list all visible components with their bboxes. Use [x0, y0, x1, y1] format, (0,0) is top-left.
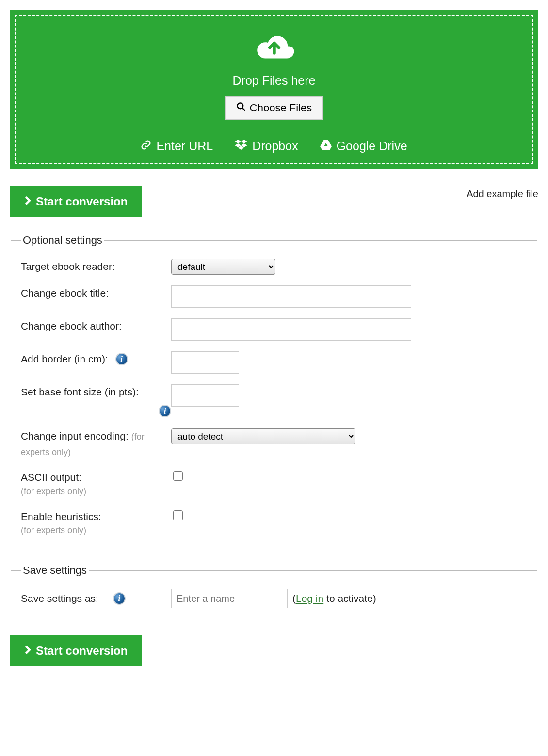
ebook-title-label: Change ebook title: [21, 285, 171, 301]
border-input[interactable] [171, 351, 239, 374]
start-label-top: Start conversion [36, 195, 128, 208]
link-icon [141, 139, 151, 153]
file-dropzone[interactable]: Drop Files here Choose Files Enter URL [10, 10, 538, 169]
optional-legend: Optional settings [21, 234, 104, 247]
svg-line-1 [242, 108, 245, 111]
save-settings-label: Save settings as: [21, 591, 98, 606]
heuristics-label: Enable heuristics: [21, 509, 171, 524]
optional-settings-fieldset: Optional settings Target ebook reader: d… [11, 234, 537, 547]
drop-text: Drop Files here [26, 74, 522, 88]
font-size-input[interactable] [171, 384, 239, 407]
start-label-bottom: Start conversion [36, 644, 128, 658]
target-reader-select[interactable]: default [171, 259, 275, 275]
save-name-input[interactable] [171, 589, 288, 608]
info-icon[interactable]: i [159, 405, 171, 417]
heuristics-hint: (for experts only) [21, 524, 171, 537]
save-activate-msg: (Log in to activate) [292, 593, 376, 604]
save-legend: Save settings [21, 564, 89, 577]
dropbox-label: Dropbox [252, 139, 298, 153]
google-drive-button[interactable]: Google Drive [320, 139, 407, 153]
dropbox-button[interactable]: Dropbox [235, 139, 298, 153]
save-settings-fieldset: Save settings Save settings as: i (Log i… [11, 564, 537, 618]
info-icon[interactable]: i [115, 353, 128, 365]
encoding-select[interactable]: auto detect [171, 428, 355, 444]
heuristics-checkbox[interactable] [173, 510, 183, 520]
source-row: Enter URL Dropbox Google Drive [26, 139, 522, 153]
ebook-title-input[interactable] [171, 285, 411, 308]
dropbox-icon [235, 139, 247, 153]
start-conversion-button-bottom[interactable]: Start conversion [10, 635, 142, 666]
info-icon[interactable]: i [113, 592, 126, 605]
ebook-author-label: Change ebook author: [21, 318, 171, 334]
add-example-file-link[interactable]: Add example file [467, 189, 538, 200]
choose-files-label: Choose Files [250, 102, 312, 114]
dropzone-inner: Drop Files here Choose Files Enter URL [15, 15, 533, 164]
chevron-right-icon [24, 644, 31, 658]
svg-point-0 [237, 103, 243, 109]
ascii-checkbox[interactable] [173, 471, 183, 481]
gdrive-label: Google Drive [337, 139, 407, 153]
ascii-hint: (for experts only) [21, 485, 171, 498]
choose-files-button[interactable]: Choose Files [225, 96, 323, 120]
target-reader-label: Target ebook reader: [21, 259, 171, 274]
google-drive-icon [320, 139, 332, 153]
enter-url-button[interactable]: Enter URL [141, 139, 213, 153]
login-link[interactable]: Log in [296, 593, 323, 604]
start-conversion-button-top[interactable]: Start conversion [10, 186, 142, 217]
font-size-label: Set base font size (in pts): [21, 386, 139, 397]
ebook-author-input[interactable] [171, 318, 411, 341]
encoding-label: Change input encoding: [21, 430, 131, 441]
search-icon [236, 102, 246, 114]
enter-url-label: Enter URL [156, 139, 213, 153]
add-border-label: Add border (in cm): [21, 351, 108, 367]
chevron-right-icon [24, 195, 31, 208]
cloud-upload-icon [251, 31, 297, 64]
ascii-label: ASCII output: [21, 470, 171, 485]
